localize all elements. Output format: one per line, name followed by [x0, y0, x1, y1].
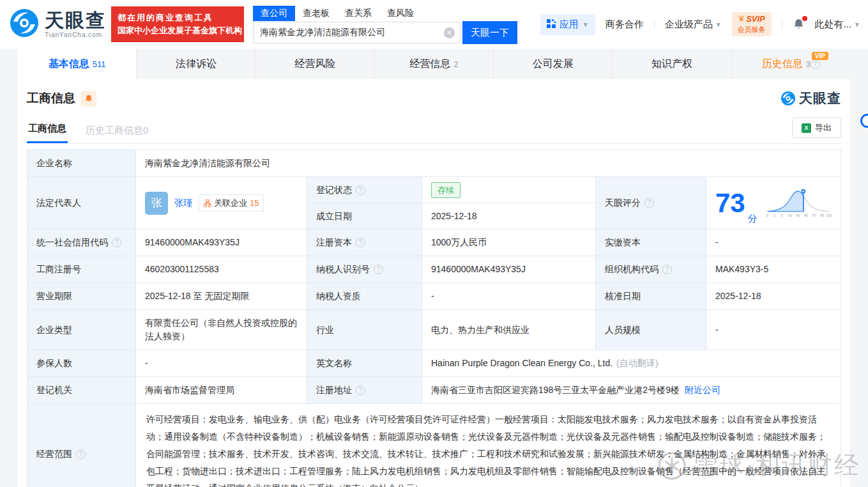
tab-operating-info[interactable]: 经营信息 2 — [374, 49, 493, 79]
auto-translate-note: (自动翻译) — [616, 357, 658, 370]
approval-date-value: 2025-12-18 — [706, 283, 841, 310]
apps-menu[interactable]: 应用 ▼ — [540, 14, 595, 35]
label-text: 纳税人识别号 — [316, 263, 370, 276]
taxpayer-id-value: 91460000MAK493Y35J — [422, 256, 596, 283]
export-button[interactable]: 导出 — [792, 118, 841, 138]
tianyancha-logo-icon — [9, 8, 40, 41]
chevron-down-icon: ▼ — [715, 21, 722, 28]
staff-size-value: - — [706, 310, 841, 350]
label-text: 统一社会信用代码 — [36, 236, 108, 249]
company-nav-tabs: 基本信息 511 法律诉讼 经营风险 经营信息 2 公司发展 知识产权 历史信息… — [18, 49, 850, 79]
search-tab-risk[interactable]: 查风险 — [379, 6, 422, 21]
english-name-label: 英文名称 — [307, 350, 422, 377]
search-tab-boss[interactable]: 查老板 — [295, 6, 337, 21]
help-icon[interactable] — [112, 238, 121, 247]
related-company-badge[interactable]: 关联企业 15 — [199, 194, 264, 212]
score-unit: 分 — [748, 212, 758, 225]
tab-company-development[interactable]: 公司发展 — [493, 49, 612, 79]
svip-member-button[interactable]: ♛SVIP 会员服务 — [732, 12, 772, 36]
related-company-label: 关联企业 — [214, 196, 247, 210]
tianyancha-logo[interactable]: 天眼查 TianYanCha.com — [9, 8, 106, 41]
uscc-value: 91460000MAK493Y35J — [136, 229, 307, 256]
taxpayer-id-label: 纳税人识别号 — [307, 256, 422, 283]
svg-text:97: 97 — [812, 213, 816, 217]
search-tab-company[interactable]: 查公司 — [253, 6, 295, 21]
nav-enterprise-label: 企业级产品 — [665, 19, 713, 31]
org-code-value: MAK493Y3-5 — [706, 256, 841, 283]
tab-intellectual-property[interactable]: 知识产权 — [612, 49, 731, 79]
reg-authority-label: 登记机关 — [27, 377, 136, 404]
company-type-label: 企业类型 — [27, 310, 136, 350]
svg-text:100: 100 — [826, 213, 832, 217]
nav-more-label: 此处有... — [815, 19, 852, 31]
subtab-bar: 工商信息 历史工商信息0 导出 — [27, 118, 841, 144]
tab-history-info[interactable]: 历史信息 3 VIP — [731, 49, 850, 79]
svg-text:99: 99 — [820, 213, 824, 217]
help-icon[interactable] — [644, 198, 654, 208]
vip-badge: VIP — [812, 52, 828, 60]
label-text: 经营范围 — [36, 447, 72, 461]
reg-number-value: 460203001125583 — [136, 256, 307, 283]
legal-rep-link[interactable]: 张瑾 — [174, 196, 192, 210]
nearby-companies-link[interactable]: 附近公司 — [685, 383, 720, 397]
reg-capital-value: 1000万人民币 — [422, 229, 596, 256]
section-title: 工商信息 — [27, 90, 75, 107]
chevron-down-icon: ▼ — [582, 21, 589, 28]
help-icon[interactable] — [356, 238, 365, 247]
brand-name: 天眼查 — [45, 11, 106, 30]
subtab-history-business-info[interactable]: 历史工商信息0 — [84, 125, 149, 143]
business-term-label: 营业期限 — [27, 283, 136, 310]
nav-more-dropdown[interactable]: 此处有... ▼ — [815, 19, 860, 31]
monitor-bell-icon[interactable] — [80, 91, 96, 107]
reg-authority-value: 海南省市场监督管理局 — [136, 377, 307, 404]
est-date-value: 2025-12-18 — [422, 203, 596, 229]
tab-label: 经营信息 — [409, 58, 450, 71]
help-icon[interactable] — [356, 185, 365, 195]
uscc-label: 统一社会信用代码 — [27, 229, 136, 256]
help-icon[interactable] — [374, 265, 383, 274]
promo-banner-line1: 都在用的商业查询工具 — [118, 12, 238, 24]
avatar[interactable]: 张 — [145, 192, 168, 215]
subtab-business-info[interactable]: 工商信息 — [27, 123, 68, 143]
help-icon[interactable] — [662, 265, 672, 274]
help-icon[interactable] — [76, 449, 86, 459]
export-label: 导出 — [815, 122, 832, 134]
help-icon[interactable] — [356, 385, 365, 395]
english-name-cell: Hainan Purple Dragon Clean Energy Co., L… — [422, 350, 841, 377]
chevron-down-icon: ▼ — [854, 21, 860, 28]
tab-count: 511 — [93, 59, 106, 69]
label-text: 登记状态 — [316, 183, 352, 197]
svg-text:0: 0 — [766, 213, 768, 217]
search-clear-icon[interactable]: ✕ — [444, 27, 455, 38]
tab-label: 知识产权 — [651, 58, 692, 71]
search-tab-relation[interactable]: 查关系 — [337, 6, 379, 21]
promo-banner-line2: 国家中小企业发展子基金旗下机构 — [118, 24, 238, 37]
tab-operating-risk[interactable]: 经营风险 — [255, 49, 374, 79]
insured-value: - — [136, 350, 307, 377]
svip-sublabel: 会员服务 — [738, 26, 766, 33]
tab-basic-info[interactable]: 基本信息 511 — [18, 49, 136, 79]
industry-value: 电力、热力生产和供应业 — [422, 310, 596, 350]
tab-legal-proceedings[interactable]: 法律诉讼 — [136, 49, 255, 79]
help-icon[interactable] — [811, 59, 820, 69]
search-area: 查公司 查老板 查关系 查风险 ✕ 天眼一下 — [253, 4, 517, 44]
score-distribution-chart: 0 1 3 15 50 85 97 99 100 — [765, 185, 832, 222]
staff-size-label: 人员规模 — [596, 310, 706, 350]
notification-bell-icon[interactable] — [793, 18, 805, 31]
brand-domain: TianYanCha.com — [45, 32, 106, 38]
apps-grid-icon — [547, 19, 556, 30]
english-name-value: Hainan Purple Dragon Clean Energy Co., L… — [431, 357, 613, 370]
search-button[interactable]: 天眼一下 — [462, 21, 517, 44]
tab-label: 历史信息 — [762, 58, 803, 71]
score-label: 天眼评分 — [596, 177, 706, 229]
paid-capital-value: - — [706, 229, 841, 256]
business-term-value: 2025-12-18 至 无固定期限 — [136, 283, 307, 310]
tab-count: 3 — [806, 59, 811, 69]
watermark-brand-text: 天眼查 — [799, 89, 841, 107]
nav-cooperation[interactable]: 商务合作 — [605, 19, 644, 31]
industry-label: 行业 — [307, 310, 422, 350]
divider — [654, 19, 655, 29]
search-input[interactable] — [253, 22, 461, 43]
reg-status-cell: 存续 — [422, 177, 596, 203]
nav-enterprise-products[interactable]: 企业级产品 ▼ — [665, 19, 722, 31]
